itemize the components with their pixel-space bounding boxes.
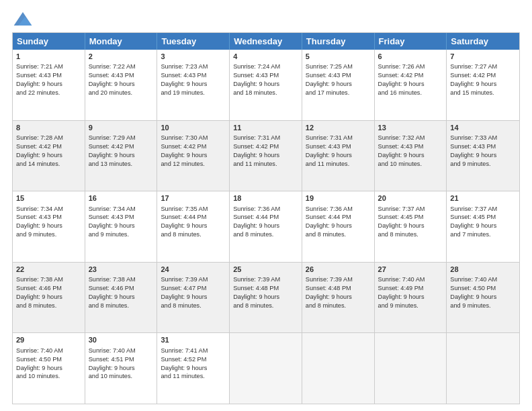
- day-number: 8: [16, 123, 81, 133]
- day-info-line: Sunrise: 7:34 AM: [89, 205, 154, 214]
- day-info-line: Daylight: 9 hours: [16, 151, 81, 160]
- day-number: 4: [233, 52, 298, 62]
- day-info-line: Sunset: 4:43 PM: [450, 142, 516, 151]
- logo-icon: [13, 12, 32, 26]
- day-number: 1: [16, 52, 81, 62]
- calendar-header-day: Friday: [375, 33, 447, 50]
- day-info-line: and 8 minutes.: [161, 230, 226, 239]
- day-info-line: and 11 minutes.: [161, 372, 226, 381]
- day-info-line: Sunset: 4:52 PM: [161, 355, 226, 364]
- day-info-line: Daylight: 9 hours: [16, 80, 81, 89]
- calendar-cell: [447, 333, 519, 404]
- day-info-line: Sunrise: 7:28 AM: [16, 134, 81, 142]
- day-info-line: and 9 minutes.: [16, 230, 81, 239]
- day-number: 28: [450, 265, 516, 275]
- day-info-line: Daylight: 9 hours: [306, 222, 371, 230]
- calendar-cell: 15Sunrise: 7:34 AMSunset: 4:43 PMDayligh…: [13, 191, 85, 262]
- day-info-line: Sunset: 4:48 PM: [306, 284, 371, 293]
- calendar-cell: 1Sunrise: 7:21 AMSunset: 4:43 PMDaylight…: [13, 50, 85, 120]
- day-info-line: and 13 minutes.: [89, 160, 154, 169]
- day-number: 7: [450, 52, 516, 62]
- calendar-row: 8Sunrise: 7:28 AMSunset: 4:42 PMDaylight…: [13, 120, 519, 191]
- day-info-line: Sunset: 4:44 PM: [161, 213, 226, 222]
- day-info-line: Daylight: 9 hours: [161, 151, 226, 160]
- day-info-line: Daylight: 9 hours: [378, 293, 443, 302]
- calendar-row: 1Sunrise: 7:21 AMSunset: 4:43 PMDaylight…: [13, 50, 519, 120]
- calendar-cell: 5Sunrise: 7:25 AMSunset: 4:43 PMDaylight…: [302, 50, 375, 120]
- day-info-line: Sunrise: 7:39 AM: [161, 275, 226, 284]
- calendar-header-day: Monday: [85, 33, 158, 50]
- calendar-body: 1Sunrise: 7:21 AMSunset: 4:43 PMDaylight…: [13, 50, 519, 404]
- day-info-line: and 8 minutes.: [161, 302, 226, 310]
- calendar-cell: 20Sunrise: 7:37 AMSunset: 4:45 PMDayligh…: [375, 191, 447, 262]
- calendar-cell: 31Sunrise: 7:41 AMSunset: 4:52 PMDayligh…: [157, 333, 230, 404]
- calendar-cell: 2Sunrise: 7:22 AMSunset: 4:43 PMDaylight…: [85, 50, 158, 120]
- day-info-line: Daylight: 9 hours: [378, 222, 443, 230]
- calendar-cell: 18Sunrise: 7:36 AMSunset: 4:44 PMDayligh…: [230, 191, 302, 262]
- day-info-line: and 8 minutes.: [16, 302, 81, 310]
- day-info-line: Daylight: 9 hours: [378, 80, 443, 89]
- day-number: 9: [89, 123, 154, 133]
- day-info-line: Sunset: 4:42 PM: [16, 142, 81, 151]
- calendar-cell: 7Sunrise: 7:27 AMSunset: 4:42 PMDaylight…: [447, 50, 519, 120]
- day-info-line: Daylight: 9 hours: [233, 151, 298, 160]
- day-info-line: Sunrise: 7:36 AM: [306, 205, 371, 214]
- calendar-cell: 24Sunrise: 7:39 AMSunset: 4:47 PMDayligh…: [157, 263, 230, 333]
- calendar-cell: 14Sunrise: 7:33 AMSunset: 4:43 PMDayligh…: [447, 121, 519, 191]
- day-info-line: Sunrise: 7:40 AM: [89, 347, 154, 355]
- calendar-cell: 13Sunrise: 7:32 AMSunset: 4:43 PMDayligh…: [375, 121, 447, 191]
- day-number: 24: [161, 265, 226, 275]
- day-info-line: Daylight: 9 hours: [16, 364, 81, 373]
- day-info-line: and 9 minutes.: [89, 230, 154, 239]
- day-info-line: Sunset: 4:43 PM: [378, 142, 443, 151]
- day-info-line: Sunset: 4:45 PM: [378, 213, 443, 222]
- day-info-line: Daylight: 9 hours: [16, 222, 81, 230]
- calendar-cell: 21Sunrise: 7:37 AMSunset: 4:45 PMDayligh…: [447, 191, 519, 262]
- day-info-line: Sunset: 4:47 PM: [161, 284, 226, 293]
- day-info-line: Sunset: 4:43 PM: [89, 213, 154, 222]
- day-info-line: Daylight: 9 hours: [306, 151, 371, 160]
- calendar-cell: 11Sunrise: 7:31 AMSunset: 4:42 PMDayligh…: [230, 121, 302, 191]
- day-number: 21: [450, 193, 516, 203]
- day-info-line: Daylight: 9 hours: [161, 80, 226, 89]
- day-info-line: Sunset: 4:51 PM: [89, 355, 154, 364]
- day-info-line: Daylight: 9 hours: [89, 222, 154, 230]
- calendar-cell: [375, 333, 447, 404]
- calendar-row: 15Sunrise: 7:34 AMSunset: 4:43 PMDayligh…: [13, 191, 519, 262]
- day-info-line: and 8 minutes.: [306, 230, 371, 239]
- logo: [12, 12, 35, 26]
- day-number: 22: [16, 265, 81, 275]
- day-info-line: and 16 minutes.: [378, 89, 443, 97]
- day-info-line: Sunset: 4:43 PM: [306, 71, 371, 80]
- day-number: 26: [306, 265, 371, 275]
- calendar-cell: 16Sunrise: 7:34 AMSunset: 4:43 PMDayligh…: [85, 191, 158, 262]
- day-info-line: Daylight: 9 hours: [89, 293, 154, 302]
- day-info-line: and 10 minutes.: [16, 372, 81, 381]
- day-number: 18: [233, 193, 298, 203]
- day-info-line: Sunset: 4:43 PM: [16, 71, 81, 80]
- day-number: 10: [161, 123, 226, 133]
- day-info-line: Sunrise: 7:40 AM: [378, 275, 443, 284]
- day-info-line: and 10 minutes.: [89, 372, 154, 381]
- day-info-line: Sunset: 4:44 PM: [306, 213, 371, 222]
- day-number: 19: [306, 193, 371, 203]
- calendar-cell: 9Sunrise: 7:29 AMSunset: 4:42 PMDaylight…: [85, 121, 158, 191]
- day-info-line: and 8 minutes.: [378, 230, 443, 239]
- day-info-line: Sunset: 4:45 PM: [450, 213, 516, 222]
- day-info-line: Sunset: 4:50 PM: [450, 284, 516, 293]
- header: [12, 12, 520, 26]
- day-info-line: Sunrise: 7:31 AM: [233, 134, 298, 142]
- day-info-line: Sunrise: 7:39 AM: [306, 275, 371, 284]
- day-number: 14: [450, 123, 516, 133]
- day-info-line: and 17 minutes.: [306, 89, 371, 97]
- calendar-header-day: Tuesday: [157, 33, 230, 50]
- day-info-line: Sunrise: 7:32 AM: [378, 134, 443, 142]
- calendar-header-day: Saturday: [447, 33, 519, 50]
- day-number: 27: [378, 265, 443, 275]
- day-info-line: and 11 minutes.: [306, 160, 371, 169]
- calendar-cell: 26Sunrise: 7:39 AMSunset: 4:48 PMDayligh…: [302, 263, 375, 333]
- day-info-line: Sunset: 4:48 PM: [233, 284, 298, 293]
- day-info-line: Daylight: 9 hours: [306, 80, 371, 89]
- day-number: 13: [378, 123, 443, 133]
- day-number: 31: [161, 335, 226, 345]
